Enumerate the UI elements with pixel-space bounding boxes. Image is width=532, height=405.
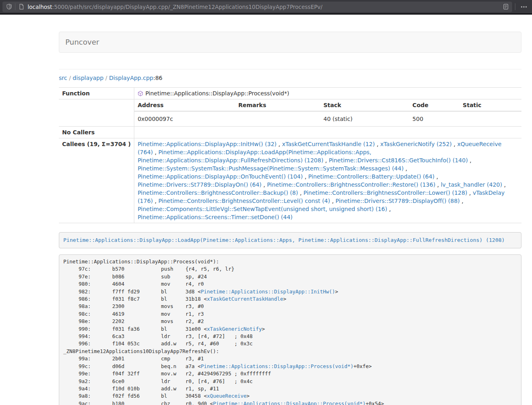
- metrics-value-cell: 40 (static): [320, 111, 409, 126]
- metrics-value-row: 0x0000097c40 (static)500: [134, 111, 521, 126]
- breadcrumb-link[interactable]: src: [59, 75, 67, 81]
- callee-link[interactable]: Pinetime::Controllers::BrightnessControl…: [138, 190, 298, 196]
- highlighted-symbol-block: Pinetime::Applications::DisplayApp::Load…: [59, 232, 521, 248]
- browser-toolbar: localhost:5000/path/src/displayapp/Displ…: [0, 0, 532, 13]
- metrics-column-header: Stack: [320, 99, 409, 111]
- no-callers-label: No Callers: [59, 127, 134, 138]
- assembly-symbol-link[interactable]: Pinetime::Applications::DisplayApp::Proc…: [213, 401, 366, 405]
- url-text[interactable]: localhost:5000/path/src/displayapp/Displ…: [28, 4, 500, 10]
- callee-link[interactable]: lv_task_handler (420): [441, 181, 502, 188]
- metrics-column-header: Remarks: [235, 99, 320, 111]
- page-container: Puncover src / displayapp / DisplayApp.c…: [59, 32, 521, 405]
- symbol-cube-icon: [138, 90, 143, 97]
- callee-link[interactable]: Pinetime::Controllers::BrightnessControl…: [158, 198, 330, 204]
- breadcrumb-line-number: :86: [153, 75, 163, 81]
- callee-link[interactable]: Pinetime::Controllers::BrightnessControl…: [267, 181, 435, 188]
- metrics-value-cell: 500: [409, 111, 459, 126]
- breadcrumb-link[interactable]: displayapp: [73, 75, 103, 81]
- highlighted-symbol-link[interactable]: Pinetime::Applications::DisplayApp::Load…: [63, 237, 505, 243]
- callee-link[interactable]: Pinetime::Drivers::Cst816S::GetTouchInfo…: [329, 157, 468, 164]
- assembly-symbol-link[interactable]: xTaskGenericNotify: [207, 326, 262, 332]
- function-row-label: Function: [59, 88, 134, 99]
- callee-link[interactable]: Pinetime::Components::LittleVgl::SetNewT…: [138, 206, 387, 212]
- metrics-column-header: Address: [134, 99, 235, 111]
- toolbar-divider: [15, 3, 15, 10]
- reader-view-icon[interactable]: [502, 4, 509, 10]
- assembly-symbol-link[interactable]: xQueueReceive: [207, 393, 247, 399]
- table-row: No Callers: [59, 127, 521, 138]
- brand-link[interactable]: Puncover: [59, 32, 105, 52]
- url-host: localhost: [28, 4, 52, 10]
- navbar: Puncover: [59, 32, 521, 53]
- callee-link[interactable]: Pinetime::Drivers::St7789::DisplayOn() (…: [138, 181, 261, 188]
- metrics-column-header: Code: [409, 99, 459, 111]
- page-info-icon[interactable]: [18, 4, 25, 10]
- callee-link[interactable]: Pinetime::Drivers::St7789::DisplayOff() …: [336, 198, 460, 204]
- assembly-symbol-link[interactable]: Pinetime::Applications::DisplayApp::Init…: [201, 289, 335, 295]
- menu-ellipsis-icon[interactable]: [518, 6, 530, 8]
- table-row: AddressRemarksStackCodeStatic 0x0000097c…: [59, 99, 521, 127]
- breadcrumb-link[interactable]: DisplayApp.cpp: [109, 75, 153, 81]
- assembly-listing: Pinetime::Applications::DisplayApp::Proc…: [59, 254, 521, 405]
- callee-link[interactable]: Pinetime::Controllers::BrightnessControl…: [304, 190, 467, 196]
- table-row: Function Pinetime::Applications::Display…: [59, 88, 521, 99]
- metrics-value-cell: [459, 111, 521, 126]
- callee-link[interactable]: Pinetime::System::SystemTask::PushMessag…: [138, 165, 404, 172]
- shield-icon[interactable]: [6, 4, 12, 10]
- callee-link[interactable]: Pinetime::Applications::DisplayApp::OnTo…: [138, 173, 303, 180]
- assembly-symbol-link[interactable]: xTaskGetCurrentTaskHandle: [207, 296, 283, 302]
- metrics-value-cell: 0x0000097c: [134, 111, 235, 126]
- metrics-column-header: Static: [459, 99, 521, 111]
- metrics-value-cell: [235, 111, 320, 126]
- divider: [59, 69, 521, 69]
- callees-list: Pinetime::Applications::DisplayApp::Init…: [134, 138, 521, 223]
- function-name: Pinetime::Applications::DisplayApp::Proc…: [145, 89, 289, 97]
- toolbar-bottom-strip: [0, 13, 532, 15]
- url-path: :5000/path/src/displayapp/DisplayApp.cpp…: [52, 4, 323, 10]
- function-name-cell: Pinetime::Applications::DisplayApp::Proc…: [134, 88, 521, 99]
- callee-link[interactable]: Pinetime::Controllers::Battery::Update()…: [308, 173, 435, 180]
- breadcrumb: src / displayapp / DisplayApp.cpp:86: [59, 74, 521, 82]
- callee-link[interactable]: xTaskGetCurrentTaskHandle (12): [282, 141, 375, 147]
- callees-label: Callees (19, Σ=3704 ): [59, 138, 134, 223]
- assembly-symbol-link[interactable]: Pinetime::Applications::DisplayApp::Proc…: [201, 363, 353, 369]
- table-row: Callees (19, Σ=3704 ) Pinetime::Applicat…: [59, 138, 521, 223]
- callee-link[interactable]: Pinetime::Applications::DisplayApp::Init…: [138, 141, 276, 147]
- callee-link[interactable]: Pinetime::Applications::Screens::Timer::…: [138, 214, 293, 220]
- url-bar[interactable]: localhost:5000/path/src/displayapp/Displ…: [2, 2, 512, 12]
- toolbar-divider: [515, 3, 515, 10]
- callee-link[interactable]: xTaskGenericNotify (252): [380, 141, 452, 147]
- metrics-header-row: AddressRemarksStackCodeStatic: [134, 99, 521, 111]
- function-table: Function Pinetime::Applications::Display…: [59, 87, 521, 223]
- metrics-table: AddressRemarksStackCodeStatic 0x0000097c…: [134, 99, 521, 126]
